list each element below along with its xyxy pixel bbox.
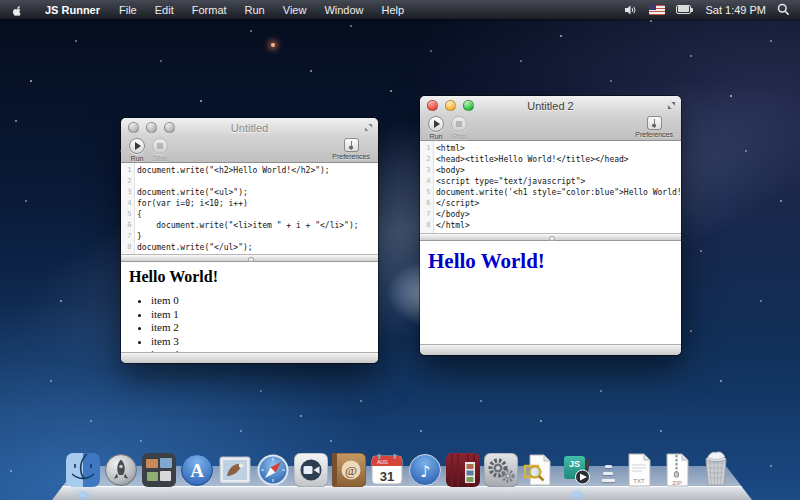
menu-bar-status: Sat 1:49 PM (624, 0, 800, 19)
output-list-item: item 0 (151, 294, 378, 308)
svg-text:JS: JS (569, 459, 580, 469)
preferences-icon (647, 116, 662, 130)
window-toolbar: Run Stop Preferences (420, 115, 681, 141)
output-list-item: item 1 (151, 308, 378, 322)
window-toolbar: Run Stop Preferences (121, 137, 378, 163)
dock-icon-system-preferences[interactable] (484, 453, 518, 487)
code-line: 8document.write("</ul>"); (121, 242, 378, 253)
dock-icon-js-runner[interactable]: JSJS (560, 453, 594, 487)
menu-clock[interactable]: Sat 1:49 PM (705, 4, 766, 16)
run-icon (129, 138, 145, 154)
run-icon (428, 116, 444, 132)
menu-bar-left: JS Runner File Edit Format Run View Wind… (0, 0, 413, 19)
code-line: 4for(var i=0; i<10; i++) (121, 198, 378, 209)
window-untitled-2: Untitled 2 Run Stop Preferences 1<html>2… (420, 96, 681, 355)
output-webview: Hello World! (420, 241, 681, 344)
stop-label: Stop (452, 133, 466, 140)
dock-icon-zip-file[interactable]: ZIPZIP (660, 453, 694, 487)
code-line: 2<head><title>Hello World!</title></head… (420, 154, 681, 165)
dock-icon-facetime[interactable] (294, 453, 328, 487)
window-titlebar[interactable]: Untitled 2 (420, 96, 681, 115)
code-line: 8</html> (420, 220, 681, 231)
preferences-icon (344, 138, 359, 152)
menu-window[interactable]: Window (315, 4, 372, 16)
output-list-item: item 2 (151, 321, 378, 335)
dock-icons: AA@@AUG31AUG31♪♪JSJSTXTTXTZIPZIP (40, 447, 760, 487)
window-untitled: Untitled Run Stop Preferences 1document.… (121, 118, 378, 363)
menu-bar: JS Runner File Edit Format Run View Wind… (0, 0, 800, 19)
stop-icon (152, 138, 168, 154)
dock-icon-ical[interactable]: AUG31AUG31 (370, 453, 404, 487)
window-titlebar[interactable]: Untitled (121, 118, 378, 137)
menu-app-name[interactable]: JS Runner (35, 4, 110, 16)
dock-icon-txt-file[interactable]: TXTTXT (622, 453, 656, 487)
fullscreen-icon[interactable] (364, 123, 373, 132)
code-editor[interactable]: 1document.write("<h2>Hello World!</h2>")… (121, 163, 378, 254)
run-button[interactable]: Run (428, 116, 444, 140)
dock-icon-mission-control[interactable] (142, 453, 176, 487)
window-title: Untitled (121, 122, 378, 134)
stop-label: Stop (153, 155, 167, 162)
wallpaper-red-star (271, 43, 275, 47)
code-line: 7</body> (420, 209, 681, 220)
output-list: item 0item 1item 2item 3item 4item 5 (151, 294, 378, 352)
code-editor[interactable]: 1<html>2<head><title>Hello World!</title… (420, 141, 681, 233)
run-label: Run (430, 133, 443, 140)
volume-icon[interactable] (624, 4, 638, 16)
desktop: JS Runner File Edit Format Run View Wind… (0, 0, 800, 500)
window-footer (420, 344, 681, 355)
dock-icon-itunes[interactable]: ♪♪ (408, 453, 442, 487)
code-line: 3<body> (420, 165, 681, 176)
code-line: 4<script type="text/javascript"> (420, 176, 681, 187)
run-label: Run (131, 155, 144, 162)
keyboard-layout-flag-icon[interactable] (649, 5, 665, 15)
dock-icon-launchpad[interactable] (104, 453, 138, 487)
svg-text:A: A (190, 460, 204, 481)
preferences-label: Preferences (332, 153, 370, 160)
code-line: 5{ (121, 209, 378, 220)
dock-icon-address-book[interactable]: @@ (332, 453, 366, 487)
menu-file[interactable]: File (110, 4, 146, 16)
code-line: 5document.write('<h1 style="color:blue">… (420, 187, 681, 198)
svg-text:TXT: TXT (633, 478, 645, 484)
menu-run[interactable]: Run (236, 4, 274, 16)
svg-text:♪: ♪ (420, 462, 430, 481)
dock-separator[interactable] (600, 461, 616, 487)
dock-icon-photo-booth[interactable] (446, 453, 480, 487)
dock-icon-trash[interactable] (698, 447, 734, 487)
code-line: 1<html> (420, 143, 681, 154)
code-line: 6</script> (420, 198, 681, 209)
svg-text:@: @ (345, 463, 357, 478)
menu-help[interactable]: Help (373, 4, 414, 16)
dock-icon-mail[interactable] (218, 453, 252, 487)
spotlight-icon[interactable] (777, 3, 790, 16)
preferences-button[interactable]: Preferences (635, 116, 673, 138)
code-line: 1document.write("<h2>Hello World!</h2>")… (121, 165, 378, 176)
code-line: 3document.write("<ul>"); (121, 187, 378, 198)
stop-icon (451, 116, 467, 132)
code-line: 6 document.write("<li>item " + i + "</li… (121, 220, 378, 231)
stop-button[interactable]: Stop (152, 138, 168, 162)
output-webview: Hello World! item 0item 1item 2item 3ite… (121, 262, 378, 352)
preferences-button[interactable]: Preferences (332, 138, 370, 160)
run-button[interactable]: Run (129, 138, 145, 162)
splitter-handle[interactable] (420, 233, 681, 241)
window-title: Untitled 2 (420, 100, 681, 112)
dock-icon-finder[interactable] (66, 453, 100, 487)
output-heading: Hello World! (428, 249, 681, 274)
menu-view[interactable]: View (274, 4, 316, 16)
dock-icon-preview[interactable] (522, 453, 556, 487)
menu-edit[interactable]: Edit (146, 4, 183, 16)
battery-icon[interactable] (676, 5, 694, 15)
splitter-handle[interactable] (121, 254, 378, 262)
apple-menu[interactable] (0, 0, 35, 19)
dock-icon-safari[interactable] (256, 453, 290, 487)
menu-format[interactable]: Format (183, 4, 236, 16)
dock-icon-app-store[interactable]: AA (180, 453, 214, 487)
code-line: 7} (121, 231, 378, 242)
stop-button[interactable]: Stop (451, 116, 467, 140)
svg-text:ZIP: ZIP (672, 480, 681, 486)
window-footer (121, 352, 378, 363)
code-line: 2 (121, 176, 378, 187)
fullscreen-icon[interactable] (667, 101, 676, 110)
